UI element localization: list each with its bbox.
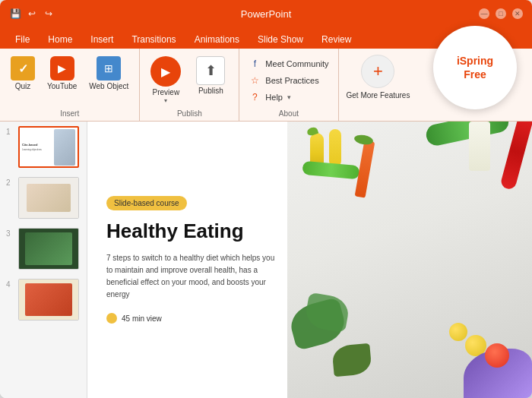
get-more-icon: + xyxy=(361,55,394,88)
best-practices-button[interactable]: ☆ Best Practices xyxy=(245,73,331,88)
slide-thumb-4[interactable]: 4 xyxy=(0,274,87,325)
red-chili xyxy=(499,122,532,191)
slide-view: Slide-based course Healthy Eating 7 step… xyxy=(87,122,532,398)
slide-preview-4 xyxy=(18,279,79,321)
help-label: Help xyxy=(265,93,283,102)
meet-label: Meet Community xyxy=(265,59,328,68)
insert-group: ✓ Quiz ▶ YouTube ⊞ Web Object Ins xyxy=(0,49,140,121)
slide-preview-2 xyxy=(18,177,79,219)
maximize-button[interactable]: □ xyxy=(496,8,506,19)
insert-group-items: ✓ Quiz ▶ YouTube ⊞ Web Object xyxy=(6,53,133,108)
best-label: Best Practices xyxy=(265,76,318,85)
tab-animations[interactable]: Animations xyxy=(185,30,249,49)
ispring-badge-text: iSpringFree xyxy=(457,54,493,81)
about-group: f Meet Community ☆ Best Practices ? Help… xyxy=(239,49,338,121)
preview-icon: ▶ xyxy=(150,56,181,87)
web-icon: ⊞ xyxy=(97,56,121,81)
about-items: f Meet Community ☆ Best Practices ? Help… xyxy=(245,53,331,108)
duration-text: 45 min view xyxy=(122,314,162,323)
save-icon[interactable]: 💾 xyxy=(9,8,21,20)
meet-community-button[interactable]: f Meet Community xyxy=(245,56,331,71)
slide-number-2: 2 xyxy=(6,178,14,187)
red-tomato xyxy=(485,343,509,368)
slide-panel: 1 Cite-based Learning objectives 2 xyxy=(0,122,87,398)
star-icon: ☆ xyxy=(249,74,261,87)
duration-icon xyxy=(106,313,117,324)
slide-content: Slide-based course Healthy Eating 7 step… xyxy=(87,122,532,398)
slide-number-4: 4 xyxy=(6,280,14,289)
tab-home[interactable]: Home xyxy=(39,30,81,49)
minimize-button[interactable]: — xyxy=(479,8,489,19)
main-slide: Slide-based course Healthy Eating 7 step… xyxy=(87,122,532,398)
ispring-badge: iSpringFree xyxy=(433,26,517,109)
slide-thumb-1[interactable]: 1 Cite-based Learning objectives xyxy=(0,122,87,172)
quiz-label: Quiz xyxy=(15,82,31,91)
publish-group-label: Publish xyxy=(177,108,202,121)
corn2 xyxy=(329,129,341,167)
slide-preview-3 xyxy=(18,228,79,270)
about-group-label: About xyxy=(279,108,299,121)
tab-slideshow[interactable]: Slide Show xyxy=(249,30,312,49)
youtube-label: YouTube xyxy=(47,82,77,91)
slide-number-3: 3 xyxy=(6,229,14,238)
tab-review[interactable]: Review xyxy=(312,30,360,49)
redo-icon[interactable]: ↪ xyxy=(43,8,55,20)
tab-insert[interactable]: Insert xyxy=(81,30,122,49)
tab-transitions[interactable]: Transitions xyxy=(122,30,185,49)
ribbon: ✓ Quiz ▶ YouTube ⊞ Web Object Ins xyxy=(0,49,532,122)
facebook-icon: f xyxy=(249,58,261,70)
publish-icon: ⬆ xyxy=(196,56,225,85)
title-bar-left: 💾 ↩ ↪ xyxy=(9,8,55,20)
quiz-button[interactable]: ✓ Quiz xyxy=(6,53,40,94)
duration-badge: 45 min view xyxy=(106,313,282,324)
publish-button[interactable]: ⬆ Publish xyxy=(188,53,233,99)
web-object-button[interactable]: ⊞ Web Object xyxy=(84,53,133,94)
get-more-features-button[interactable]: + Get More Features xyxy=(339,49,418,121)
slide-title: Healthy Eating xyxy=(106,220,282,243)
veg-background xyxy=(287,122,532,398)
undo-icon[interactable]: ↩ xyxy=(26,8,38,20)
slide-preview-1: Cite-based Learning objectives xyxy=(18,126,79,168)
slide-description: 7 steps to switch to a healthy diet whic… xyxy=(106,252,282,301)
slide-number-1: 1 xyxy=(6,128,14,136)
cucumber xyxy=(424,122,510,147)
get-more-label: Get More Features xyxy=(347,91,410,100)
tab-file[interactable]: File xyxy=(6,30,39,49)
title-bar: 💾 ↩ ↪ PowerPoint — □ ✕ xyxy=(0,0,532,27)
web-label: Web Object xyxy=(89,82,128,91)
preview-label: Preview xyxy=(153,88,180,97)
publish-label: Publish xyxy=(198,87,223,96)
close-button[interactable]: ✕ xyxy=(512,8,523,19)
cauliflower xyxy=(469,122,490,171)
preview-button[interactable]: ▶ Preview ▾ xyxy=(146,53,185,107)
publish-group: ▶ Preview ▾ ⬆ Publish Publish xyxy=(140,49,239,121)
window-title: PowerPoint xyxy=(241,8,291,20)
slide-thumb-3[interactable]: 3 xyxy=(0,223,87,274)
window-controls: — □ ✕ xyxy=(479,8,523,19)
youtube-icon: ▶ xyxy=(50,56,74,81)
help-button[interactable]: ? Help ▾ xyxy=(245,90,331,105)
slide-thumb-2[interactable]: 2 xyxy=(0,172,87,223)
slide-text-area: Slide-based course Healthy Eating 7 step… xyxy=(87,122,301,398)
main-area: 1 Cite-based Learning objectives 2 xyxy=(0,122,532,398)
help-icon: ? xyxy=(249,91,261,103)
publish-group-items: ▶ Preview ▾ ⬆ Publish xyxy=(146,53,233,108)
insert-group-label: Insert xyxy=(60,108,79,121)
yellow-tomato2 xyxy=(449,323,467,341)
pea-pod xyxy=(302,161,360,179)
slide-badge: Slide-based course xyxy=(106,196,187,210)
veg-image-area xyxy=(287,122,532,398)
youtube-button[interactable]: ▶ YouTube xyxy=(43,53,81,94)
app-window: 💾 ↩ ↪ PowerPoint — □ ✕ File Home Insert … xyxy=(0,0,532,398)
quiz-icon: ✓ xyxy=(11,56,35,81)
leaf xyxy=(332,343,372,377)
